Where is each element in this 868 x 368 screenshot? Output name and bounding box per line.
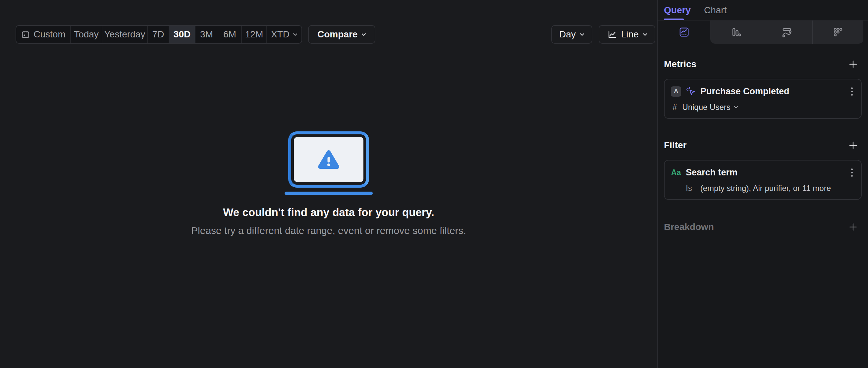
granularity-value: Day	[559, 29, 576, 40]
filter-card-main-row: Aa Search term	[671, 166, 855, 179]
chevron-down-icon	[643, 33, 647, 36]
filter-card[interactable]: Aa Search term Is (empty string), Air pu…	[664, 160, 862, 200]
metrics-title: Metrics	[664, 59, 696, 69]
retention-dots-icon	[832, 26, 844, 38]
empty-state: We couldn't find any data for your query…	[0, 131, 657, 236]
plus-icon	[849, 141, 858, 149]
chevron-down-icon	[580, 33, 584, 36]
hash-icon: #	[673, 103, 677, 112]
aggregation-dropdown[interactable]: Unique Users	[682, 103, 738, 112]
empty-state-subtitle: Please try a different date range, event…	[191, 225, 466, 236]
filter-operator[interactable]: Is	[686, 184, 692, 193]
date-range-label: Custom	[33, 29, 65, 40]
date-range-label: 6M	[223, 29, 236, 40]
laptop-screen	[294, 137, 364, 182]
flows-icon	[781, 26, 793, 38]
tab-chart[interactable]: Chart	[704, 5, 726, 15]
laptop-warning-illustration	[288, 131, 369, 188]
tab-retention[interactable]	[812, 21, 863, 44]
app-root: Custom Today Yesterday 7D 30D 3M	[0, 0, 868, 368]
click-event-icon	[686, 87, 696, 96]
metric-card[interactable]: A Purchase Completed	[664, 79, 862, 119]
active-tab-underline	[664, 19, 684, 20]
warning-triangle-icon	[317, 149, 340, 169]
chart-controls: Day Line	[551, 25, 655, 44]
date-range-custom-button[interactable]: Custom	[16, 26, 71, 43]
date-range-label: 3M	[200, 29, 213, 40]
date-range-group: Custom Today Yesterday 7D 30D 3M	[16, 25, 302, 44]
empty-state-title: We couldn't find any data for your query…	[223, 206, 434, 219]
date-range-6m-button[interactable]: 6M	[218, 26, 242, 43]
query-panel: Metrics A	[658, 58, 868, 233]
date-range-label: Today	[74, 29, 99, 40]
tab-query-label: Query	[664, 5, 691, 15]
date-range-xtd-button[interactable]: XTD	[267, 26, 302, 43]
chevron-down-icon	[734, 106, 738, 108]
add-breakdown-button[interactable]	[847, 221, 859, 233]
date-range-label: 7D	[152, 29, 164, 40]
add-metric-button[interactable]	[847, 58, 859, 70]
date-range-today-button[interactable]: Today	[71, 26, 102, 43]
date-range-3m-button[interactable]: 3M	[195, 26, 218, 43]
filter-condition-row: Is (empty string), Air purifier, or 11 m…	[671, 184, 855, 193]
breakdown-section-header: Breakdown	[664, 221, 862, 233]
breakdown-title: Breakdown	[664, 222, 714, 232]
granularity-dropdown[interactable]: Day	[551, 25, 592, 44]
chevron-down-icon	[293, 33, 298, 36]
metric-options-kebab-button[interactable]	[850, 86, 854, 97]
string-property-type-icon: Aa	[671, 168, 681, 177]
metric-aggregation-row: # Unique Users	[671, 103, 855, 112]
date-range-12m-button[interactable]: 12M	[242, 26, 267, 43]
laptop-base	[285, 192, 373, 195]
add-filter-button[interactable]	[847, 139, 859, 151]
calendar-icon	[21, 30, 30, 39]
toolbar: Custom Today Yesterday 7D 30D 3M	[16, 25, 375, 44]
main-canvas: Custom Today Yesterday 7D 30D 3M	[0, 0, 657, 368]
query-sidebar: Query Chart	[657, 0, 868, 368]
tab-insights[interactable]	[658, 21, 710, 44]
inactive-visualization-tabs	[710, 21, 863, 44]
date-range-label: 12M	[245, 29, 263, 40]
metric-card-main-row: A Purchase Completed	[671, 85, 855, 98]
plus-icon	[849, 60, 858, 68]
date-range-label: XTD	[271, 29, 289, 40]
date-range-yesterday-button[interactable]: Yesterday	[102, 26, 148, 43]
tab-flows[interactable]	[761, 21, 812, 44]
date-range-label: Yesterday	[104, 29, 146, 40]
series-letter-badge: A	[671, 87, 681, 97]
filter-title: Filter	[664, 140, 686, 150]
metric-event-name: Purchase Completed	[700, 87, 789, 97]
compare-button[interactable]: Compare	[308, 25, 375, 44]
filter-values-summary[interactable]: (empty string), Air purifier, or 11 more	[700, 184, 831, 193]
line-chart-icon	[607, 29, 617, 40]
sidebar-header: Query Chart	[658, 0, 868, 21]
metrics-section-header: Metrics	[664, 58, 862, 70]
chart-type-dropdown[interactable]: Line	[599, 25, 655, 44]
chart-type-value: Line	[621, 29, 639, 40]
insights-line-chart-icon	[679, 27, 690, 38]
plus-icon	[849, 223, 858, 231]
funnel-bars-icon	[730, 26, 742, 38]
aggregation-value: Unique Users	[682, 103, 730, 112]
date-range-30d-button[interactable]: 30D	[169, 26, 195, 43]
visualization-tab-strip	[658, 21, 868, 44]
date-range-label: 30D	[174, 29, 190, 40]
compare-label: Compare	[317, 29, 358, 40]
chevron-down-icon	[362, 33, 366, 36]
tab-query[interactable]: Query	[664, 5, 691, 15]
tab-chart-label: Chart	[704, 5, 726, 15]
tab-funnels[interactable]	[710, 21, 761, 44]
filter-property-name: Search term	[686, 167, 738, 178]
filter-options-kebab-button[interactable]	[850, 167, 854, 178]
filter-section-header: Filter	[664, 139, 862, 151]
date-range-7d-button[interactable]: 7D	[148, 26, 169, 43]
